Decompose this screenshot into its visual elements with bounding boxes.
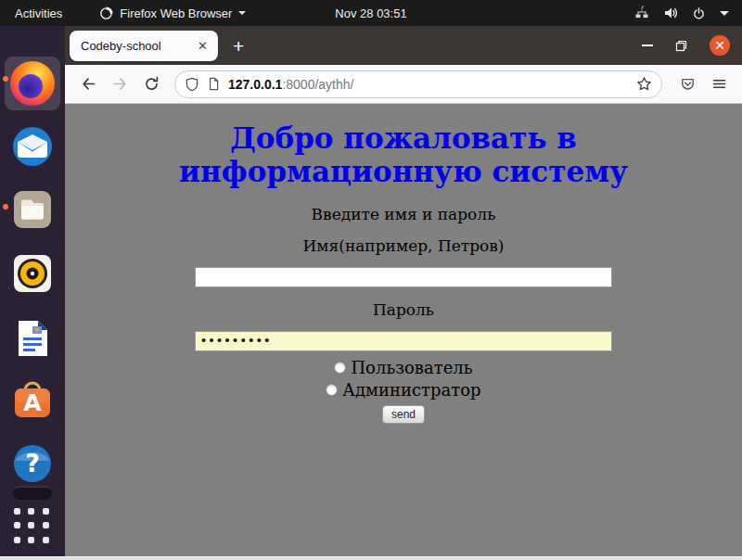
radio-user-label: Пользователь — [351, 358, 472, 377]
back-button[interactable] — [74, 70, 102, 98]
dock-item-ubuntu-software[interactable]: A — [10, 379, 55, 424]
radio-user[interactable] — [334, 362, 346, 374]
svg-text:?: ? — [25, 449, 40, 477]
system-top-bar: Activities Firefox Web Browser Nov 28 03… — [0, 0, 742, 26]
name-input[interactable] — [195, 267, 612, 287]
new-tab-button[interactable]: + — [233, 36, 244, 56]
chevron-down-icon — [720, 11, 729, 16]
libreoffice-writer-icon — [10, 316, 55, 361]
activities-button[interactable]: Activities — [0, 0, 77, 26]
tab-title: Codeby-school — [81, 39, 196, 53]
web-page-content: Добро пожаловать в информационную систем… — [65, 104, 742, 560]
files-folder-icon — [10, 187, 55, 232]
reload-button[interactable] — [137, 70, 165, 98]
dock-item-help[interactable]: ? — [10, 441, 55, 486]
send-button[interactable]: send — [382, 405, 425, 424]
svg-text:?: ? — [640, 6, 644, 13]
name-label: Имя(например, Петров) — [65, 236, 742, 255]
dock-item-rhythmbox[interactable] — [10, 251, 55, 296]
volume-icon — [663, 6, 678, 20]
chevron-down-icon — [238, 11, 246, 15]
ubuntu-dock: A ? — [0, 26, 65, 556]
running-indicator — [3, 76, 8, 82]
app-menu-label: Firefox Web Browser — [120, 6, 232, 20]
shield-icon[interactable] — [185, 77, 199, 92]
url-text[interactable]: 127.0.0.1:8000/aythh/ — [228, 77, 629, 92]
navigation-toolbar: 127.0.0.1:8000/aythh/ — [65, 65, 742, 104]
window-bottom-edge — [0, 556, 742, 560]
forward-button[interactable] — [106, 70, 134, 98]
radio-admin[interactable] — [326, 384, 338, 396]
show-applications-button[interactable] — [14, 508, 51, 545]
password-label: Пароль — [65, 300, 742, 319]
url-path: :8000/aythh/ — [282, 77, 353, 92]
minimize-button[interactable] — [642, 45, 653, 46]
menu-hamburger-icon[interactable] — [705, 70, 733, 98]
tab-bar: Codeby-school ✕ + ✕ — [65, 26, 742, 65]
restore-button[interactable] — [675, 40, 687, 52]
running-indicator — [3, 204, 8, 210]
role-option-admin: Администратор — [65, 380, 742, 400]
tab-codeby-school[interactable]: Codeby-school ✕ — [70, 31, 218, 61]
dock-item-thunderbird[interactable] — [10, 124, 55, 169]
radio-admin-label: Администратор — [342, 380, 480, 400]
dock-item-files[interactable] — [10, 187, 55, 232]
ubuntu-software-icon: A — [10, 379, 55, 424]
close-window-button[interactable]: ✕ — [710, 35, 730, 56]
firefox-logo-icon — [99, 6, 113, 20]
dock-item-libreoffice-writer[interactable] — [10, 316, 55, 361]
network-question-icon: ? — [634, 6, 649, 20]
bookmark-star-icon[interactable] — [636, 76, 652, 92]
tab-close-icon[interactable]: ✕ — [196, 39, 210, 53]
pocket-icon[interactable] — [673, 70, 701, 98]
power-icon — [692, 6, 706, 20]
rhythmbox-speaker-icon — [10, 251, 55, 296]
firefox-icon — [10, 61, 55, 106]
window-controls: ✕ — [642, 35, 742, 56]
password-input[interactable] — [195, 331, 612, 351]
page-title: Добро пожаловать в информационную систем… — [65, 122, 742, 189]
login-prompt: Введите имя и пароль — [65, 205, 742, 223]
dock-item-firefox[interactable] — [10, 61, 55, 106]
help-question-icon: ? — [10, 441, 55, 486]
system-status-area[interactable]: ? — [634, 6, 742, 20]
thunderbird-icon — [10, 124, 55, 169]
url-bar[interactable]: 127.0.0.1:8000/aythh/ — [174, 70, 662, 98]
url-host: 127.0.0.1 — [228, 77, 282, 92]
page-info-icon[interactable] — [207, 77, 221, 91]
firefox-window: Codeby-school ✕ + ✕ — [65, 26, 742, 560]
app-menu[interactable]: Firefox Web Browser — [99, 6, 246, 20]
dock-item-minimized-app[interactable] — [13, 486, 52, 500]
svg-text:A: A — [23, 389, 42, 416]
role-option-user: Пользователь — [65, 358, 742, 377]
